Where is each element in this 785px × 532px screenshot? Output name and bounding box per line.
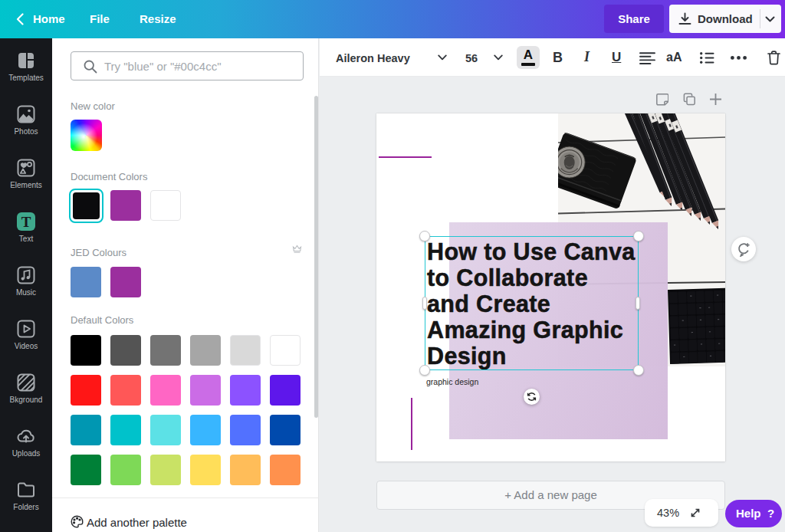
svg-text:T: T [21, 214, 31, 230]
